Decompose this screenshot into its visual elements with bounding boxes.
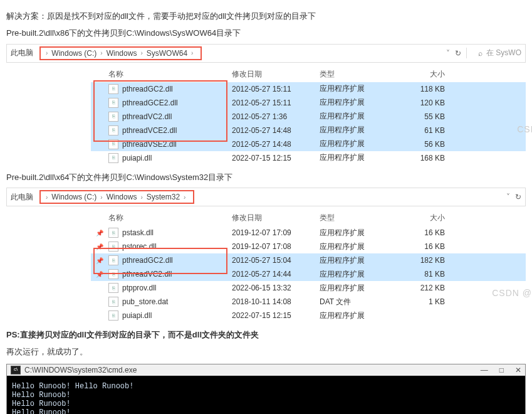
file-type: 应用程序扩展 [320, 310, 401, 321]
maximize-button[interactable]: □ [499, 366, 504, 374]
file-size: 61 KB [401, 126, 445, 135]
copy-instruction-1: Pre-built.2\dll\x86下的文件拷贝到C:\Windows\Sys… [6, 27, 526, 40]
file-row[interactable]: 📌⎘pstask.dll2019-12-07 17:09应用程序扩展16 KB [91, 226, 526, 240]
file-icon: ⎘ [108, 283, 118, 293]
pin-icon: 📌 [96, 257, 105, 264]
chevron-right-icon: › [46, 194, 48, 201]
col-name[interactable]: 名称 [91, 213, 232, 223]
file-type: 应用程序扩展 [320, 255, 401, 266]
col-date[interactable]: 修改日期 [232, 213, 320, 223]
chevron-right-icon: › [46, 50, 48, 56]
file-icon: ⎘ [108, 297, 118, 307]
file-icon: ⎘ [108, 125, 118, 135]
file-type: 应用程序扩展 [320, 283, 401, 294]
file-row[interactable]: ⎘pthreadVC2.dll2012-05-27 1:36应用程序扩展55 K… [91, 110, 526, 124]
file-size: 16 KB [401, 228, 445, 237]
file-icon: ⎘ [108, 310, 118, 321]
chevron-right-icon: › [100, 50, 102, 56]
file-row[interactable]: ⎘pthreadVCE2.dll2012-05-27 14:48应用程序扩展61… [91, 124, 526, 137]
bc2-path-highlight: › Windows (C:) › Windows › System32 › [39, 190, 194, 204]
file-row[interactable]: 📌⎘pstorec.dll2019-12-07 17:08应用程序扩展16 KB [91, 240, 526, 253]
file-name-text: pthreadVCE2.dll [122, 126, 177, 135]
file-date: 2022-06-15 13:32 [232, 284, 320, 292]
close-button[interactable]: ✕ [515, 366, 521, 374]
bc1-seg-1[interactable]: Windows [107, 49, 137, 58]
refresh-icon[interactable]: ↻ [515, 193, 521, 201]
chevron-right-icon: › [100, 194, 102, 201]
col-date[interactable]: 修改日期 [232, 69, 320, 80]
file-date: 2012-05-27 15:11 [232, 98, 320, 107]
dropdown-icon[interactable]: ˅ [506, 193, 510, 201]
col-size[interactable]: 大小 [401, 69, 445, 80]
file-row[interactable]: ⎘pub_store.dat2018-10-11 14:08DAT 文件1 KB [91, 295, 526, 309]
file-name-text: pthreadVC2.dll [122, 112, 172, 121]
file-type: 应用程序扩展 [320, 242, 401, 252]
breadcrumb-1[interactable]: 此电脑 › Windows (C:) › Windows › SysWOW64 … [6, 44, 526, 63]
file-date: 2022-07-15 12:15 [232, 311, 320, 320]
col-type[interactable]: 类型 [320, 213, 401, 223]
cmd-title-text: C:\WINDOWS\system32\cmd.exe [24, 366, 137, 374]
bc2-root[interactable]: 此电脑 [11, 192, 33, 203]
file-icon: ⎘ [108, 139, 118, 149]
bc1-path-highlight: › Windows (C:) › Windows › SysWOW64 › [39, 46, 202, 60]
dropdown-icon[interactable]: ˅ [446, 49, 450, 58]
search-placeholder: 在 SysWO [486, 48, 521, 58]
chevron-right-icon: › [140, 50, 142, 56]
file-date: 2012-05-27 15:11 [232, 85, 320, 93]
col-name[interactable]: 名称 [91, 69, 232, 80]
minimize-button[interactable]: — [481, 366, 488, 374]
file-size: 81 KB [401, 270, 445, 279]
file-row[interactable]: ⎘ptpprov.dll2022-06-15 13:32应用程序扩展212 KB [91, 281, 526, 295]
col-type[interactable]: 类型 [320, 69, 401, 80]
file-icon: ⎘ [108, 242, 118, 252]
file-date: 2019-12-07 17:08 [232, 242, 320, 251]
cmd-icon: c\ [11, 366, 21, 374]
file-size: 118 KB [401, 85, 445, 93]
file-date: 2019-12-07 17:09 [232, 228, 320, 237]
file-date: 2012-05-27 14:48 [232, 126, 320, 135]
file-row[interactable]: ⎘puiapi.dll2022-07-15 12:15应用程序扩展 [91, 309, 526, 322]
chevron-right-icon: › [184, 194, 185, 201]
bc1-seg-2[interactable]: SysWOW64 [147, 49, 187, 58]
pin-icon: 📌 [96, 271, 105, 278]
file-row[interactable]: 📌⎘pthreadVC2.dll2012-05-27 14:44应用程序扩展81… [91, 267, 526, 281]
file-type: 应用程序扩展 [320, 269, 401, 280]
bc1-root[interactable]: 此电脑 [11, 48, 33, 58]
file-name-text: pthreadGC2.dll [122, 256, 173, 265]
copy-instruction-2: Pre-built.2\dll\x64下的文件拷贝到C:\Windows\Sys… [6, 171, 526, 184]
ps-note: PS:直接拷贝对应的dll文件到对应的目录下，而不是dll文件夹的文件夹 [6, 329, 526, 342]
file-date: 2012-05-27 1:36 [232, 112, 320, 121]
file-name-text: pthreadVC2.dll [122, 270, 172, 279]
file-name-text: pub_store.dat [122, 297, 168, 306]
refresh-icon[interactable]: ↻ [455, 49, 461, 58]
pin-icon: 📌 [96, 230, 105, 236]
bc2-seg-2[interactable]: System32 [147, 193, 180, 201]
chevron-right-icon: › [191, 50, 193, 56]
file-name-text: pthreadGC2.dll [122, 85, 173, 93]
file-row[interactable]: 📌⎘pthreadGC2.dll2012-05-27 15:04应用程序扩展18… [91, 253, 526, 267]
cmd-titlebar[interactable]: c\ C:\WINDOWS\system32\cmd.exe — □ ✕ [7, 364, 525, 376]
file-name-text: pstask.dll [122, 228, 154, 237]
bc2-seg-1[interactable]: Windows [107, 193, 137, 201]
search-box-1[interactable]: ⌕ 在 SysWO [466, 48, 521, 58]
file-date: 2012-05-27 15:04 [232, 256, 320, 265]
file-type: 应用程序扩展 [320, 97, 401, 108]
breadcrumb-2[interactable]: 此电脑 › Windows (C:) › Windows › System32 … [6, 188, 526, 206]
file-icon: ⎘ [108, 84, 118, 94]
file-row[interactable]: ⎘pthreadGCE2.dll2012-05-27 15:11应用程序扩展12… [91, 96, 526, 110]
cmd-window: c\ C:\WINDOWS\system32\cmd.exe — □ ✕ Hel… [6, 364, 526, 414]
file-icon: ⎘ [108, 153, 118, 163]
file-icon: ⎘ [108, 228, 118, 238]
file-row[interactable]: ⎘pthreadVSE2.dll2012-05-27 14:48应用程序扩展56… [91, 137, 526, 151]
file-row[interactable]: ⎘puiapi.dll2022-07-15 12:15应用程序扩展168 KB [91, 151, 526, 165]
col-size[interactable]: 大小 [401, 213, 445, 223]
file-icon: ⎘ [108, 98, 118, 108]
cmd-output: Hello Runoob! Hello Runoob! Hello Runoob… [7, 376, 525, 414]
file-row[interactable]: ⎘pthreadGC2.dll2012-05-27 15:11应用程序扩展118… [91, 82, 526, 96]
bc1-seg-0[interactable]: Windows (C:) [51, 49, 96, 58]
file-size: 212 KB [401, 284, 445, 292]
file-size: 16 KB [401, 242, 445, 251]
file-date: 2012-05-27 14:48 [232, 140, 320, 149]
file-header-2: 名称 修改日期 类型 大小 [91, 210, 526, 226]
bc2-seg-0[interactable]: Windows (C:) [51, 193, 96, 201]
